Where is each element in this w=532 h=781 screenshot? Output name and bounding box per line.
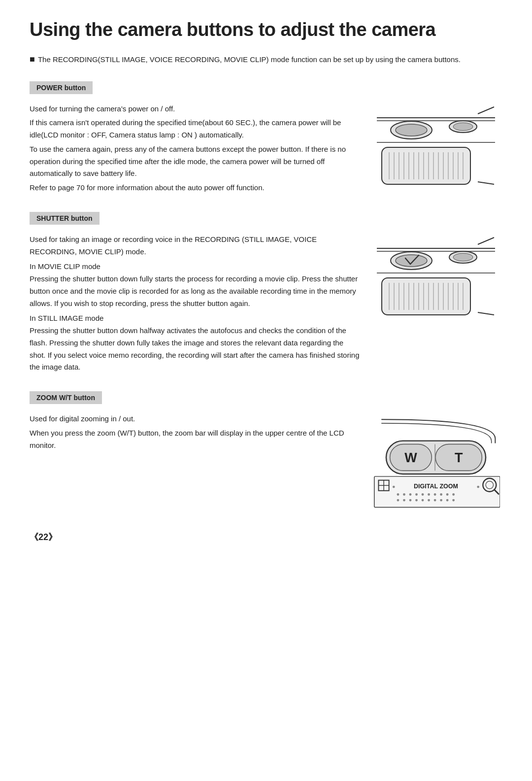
zoom-section: ZOOM W/T button Used for digital zooming… xyxy=(30,391,502,511)
power-camera-illustration xyxy=(372,103,500,192)
svg-point-87 xyxy=(477,486,479,488)
svg-text:DIGITAL ZOOM: DIGITAL ZOOM xyxy=(414,483,458,490)
svg-point-5 xyxy=(453,123,473,131)
svg-text:T: T xyxy=(455,450,463,465)
svg-point-65 xyxy=(409,493,412,496)
svg-point-70 xyxy=(409,499,412,502)
svg-rect-8 xyxy=(382,147,470,184)
svg-point-79 xyxy=(434,499,436,502)
zoom-content: Used for digital zooming in / out. When … xyxy=(30,413,502,511)
bullet-icon: ■ xyxy=(30,52,35,67)
svg-point-67 xyxy=(422,493,424,496)
svg-point-81 xyxy=(446,499,449,502)
intro-text: ■The RECORDING(STILL IMAGE, VOICE RECORD… xyxy=(30,52,502,67)
svg-point-78 xyxy=(428,499,430,502)
svg-point-63 xyxy=(397,493,399,496)
page-title: Using the camera buttons to adjust the c… xyxy=(30,20,502,40)
svg-point-77 xyxy=(452,493,455,496)
svg-point-73 xyxy=(428,493,430,496)
svg-line-25 xyxy=(478,182,494,184)
svg-point-72 xyxy=(422,499,424,502)
svg-point-76 xyxy=(446,493,449,496)
zoom-label: ZOOM W/T button xyxy=(30,391,102,404)
zoom-text: Used for digital zooming in / out. When … xyxy=(30,413,360,451)
svg-rect-58 xyxy=(374,476,500,508)
svg-rect-34 xyxy=(382,278,470,315)
svg-text:W: W xyxy=(404,450,417,465)
power-image xyxy=(369,103,502,192)
svg-point-82 xyxy=(452,499,455,502)
page-number: 《22》 xyxy=(30,531,502,543)
svg-line-6 xyxy=(478,107,494,114)
svg-line-32 xyxy=(478,238,494,244)
shutter-section: SHUTTER button Used for taking an image … xyxy=(30,212,502,374)
shutter-label: SHUTTER button xyxy=(30,212,100,225)
shutter-image xyxy=(369,234,502,322)
svg-point-31 xyxy=(453,253,473,261)
svg-point-74 xyxy=(434,493,436,496)
svg-point-80 xyxy=(440,499,442,502)
svg-point-64 xyxy=(403,493,405,496)
power-section: POWER button Used for turning the camera… xyxy=(30,81,502,194)
shutter-camera-illustration xyxy=(372,234,500,322)
svg-point-68 xyxy=(397,499,399,502)
svg-point-86 xyxy=(393,486,395,488)
power-text: Used for turning the camera's power on /… xyxy=(30,103,360,194)
svg-point-69 xyxy=(403,499,405,502)
svg-point-71 xyxy=(415,499,418,502)
zoom-image: W T DIGITAL ZOOM xyxy=(369,413,502,511)
shutter-text: Used for taking an image or recording vo… xyxy=(30,234,360,374)
power-content: Used for turning the camera's power on /… xyxy=(30,103,502,194)
svg-point-66 xyxy=(415,493,418,496)
svg-point-75 xyxy=(440,493,442,496)
svg-point-3 xyxy=(396,124,427,136)
shutter-content: Used for taking an image or recording vo… xyxy=(30,234,502,374)
svg-point-29 xyxy=(396,255,427,267)
svg-line-51 xyxy=(478,312,494,315)
power-label: POWER button xyxy=(30,81,93,94)
zoom-button-illustration: W T DIGITAL ZOOM xyxy=(372,413,500,511)
